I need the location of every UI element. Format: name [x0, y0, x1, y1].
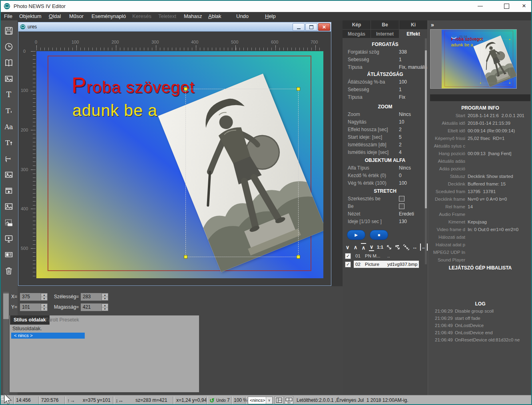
- ideje-value[interactable]: 130: [399, 219, 407, 224]
- doc-minimize-button[interactable]: [293, 23, 305, 31]
- height-input[interactable]: 421: [81, 303, 102, 311]
- tab-ki[interactable]: Ki: [399, 20, 428, 29]
- stop-button[interactable]: ■: [370, 230, 388, 240]
- doc-restore-button[interactable]: [305, 23, 317, 31]
- height-stepper[interactable]: ▲▼: [102, 303, 108, 311]
- menu-musor[interactable]: Műsor: [69, 12, 84, 20]
- style-page-selected-item[interactable]: < nincs >: [11, 333, 85, 339]
- tipusa2-value[interactable]: Fix: [399, 94, 405, 100]
- layer-row-2[interactable]: ✓ 02Pictureyd1vg937.bmp: [345, 261, 428, 268]
- tab-be[interactable]: Be: [371, 20, 399, 29]
- effekt-hossza-value[interactable]: 2: [399, 127, 402, 132]
- status-size: sz=283 m=421: [135, 395, 167, 405]
- minimize-button[interactable]: [471, 0, 489, 12]
- font-icon[interactable]: Aa: [0, 119, 18, 135]
- text-rotate-icon[interactable]: T: [0, 151, 18, 167]
- szerkesztes-be-checkbox[interactable]: [399, 196, 404, 202]
- effect-panel-body: FORGATÁS Forgatási szög338 Sebesség1 Típ…: [343, 38, 428, 268]
- kezdo-ertek-value[interactable]: 0: [399, 173, 402, 178]
- menu-oldal[interactable]: Oldal: [49, 12, 61, 20]
- layout-button-1[interactable]: [275, 396, 283, 404]
- menu-mahasz[interactable]: Mahasz: [184, 12, 202, 20]
- move-up-icon[interactable]: ∧: [353, 243, 358, 251]
- video-icon[interactable]: [0, 183, 18, 199]
- menu-objektum[interactable]: Objektum: [19, 12, 42, 20]
- card-icon[interactable]: [0, 247, 18, 263]
- width-input[interactable]: 283: [81, 293, 102, 301]
- selection-handle-tr[interactable]: [297, 87, 300, 91]
- zoom-value[interactable]: Nincs: [399, 112, 411, 117]
- width-icon[interactable]: ↔: [412, 243, 417, 251]
- text-icon[interactable]: T: [0, 87, 18, 103]
- canvas-scene[interactable]: Proba szöveget adunk be a: [36, 51, 323, 278]
- move-down-icon[interactable]: ∨: [345, 243, 350, 251]
- alfa-tipus-value[interactable]: Nincs: [399, 165, 411, 171]
- x-input[interactable]: 375: [20, 293, 41, 301]
- menu-undo[interactable]: Undo: [236, 12, 249, 20]
- clock-icon[interactable]: [0, 39, 18, 55]
- ismetles-ideje-value[interactable]: 4: [399, 150, 402, 155]
- close-button[interactable]: ×: [515, 0, 532, 12]
- save-icon[interactable]: [0, 23, 18, 39]
- selection-handle-bl[interactable]: [184, 255, 187, 259]
- tab-mozgas[interactable]: Mozgás: [343, 29, 371, 38]
- doc-close-button[interactable]: ✕: [318, 23, 330, 31]
- sebesseg2-value[interactable]: 1: [399, 87, 402, 92]
- svg-text:T: T: [5, 139, 10, 147]
- selection-handle-tl[interactable]: [184, 87, 187, 91]
- menu-ablak[interactable]: Ablak: [208, 12, 221, 20]
- x-stepper[interactable]: ▲▼: [41, 293, 48, 301]
- ismetlesszam-value[interactable]: 2: [399, 142, 402, 148]
- tab-internet[interactable]: Internet: [371, 29, 399, 38]
- effect-panel-scrollbar[interactable]: [425, 38, 427, 264]
- layout-button-sty[interactable]: Sty: [285, 396, 293, 404]
- canvas-text-line1[interactable]: Proba szöveget: [72, 74, 195, 96]
- image2-icon[interactable]: [0, 167, 18, 183]
- layer-row-1[interactable]: ✓ 01PN M.....: [345, 252, 428, 259]
- forgatasi-szog-value[interactable]: 338: [399, 49, 407, 55]
- layer1-checkbox[interactable]: ✓: [345, 253, 351, 259]
- sebesseg-value[interactable]: 1: [399, 57, 402, 62]
- start-ideje-value[interactable]: 5: [399, 134, 402, 140]
- layer2-checkbox[interactable]: ✓: [345, 261, 351, 267]
- screen-video-icon[interactable]: [0, 231, 18, 247]
- move-to-bottom-icon[interactable]: ∨: [369, 243, 374, 251]
- document-title-bar[interactable]: ures ✕: [18, 22, 331, 32]
- tab-stored-presets[interactable]: Tárolt Presetek: [42, 315, 83, 325]
- undo-icon[interactable]: ↺: [209, 395, 215, 405]
- width-stepper[interactable]: ▲▼: [102, 293, 108, 301]
- be-checkbox[interactable]: [399, 203, 404, 209]
- image-icon[interactable]: [0, 71, 18, 87]
- menu-help[interactable]: Help: [265, 12, 276, 20]
- selection-handle-br[interactable]: [297, 255, 300, 259]
- canvas-text-line2[interactable]: adunk be a: [72, 102, 157, 119]
- one-to-one-icon[interactable]: 1:1: [377, 243, 383, 251]
- maximize-button[interactable]: [497, 0, 516, 12]
- resize-locked-icon[interactable]: [395, 243, 400, 251]
- tab-effekt[interactable]: Effekt: [399, 29, 428, 38]
- resize-diagonal-icon[interactable]: [386, 243, 392, 251]
- collapse-panel-icon[interactable]: »: [431, 22, 434, 28]
- veg-ertek-value[interactable]: 100: [399, 180, 407, 186]
- text-up-icon[interactable]: T: [0, 135, 18, 151]
- text-drop-icon[interactable]: T: [0, 103, 18, 119]
- book-icon[interactable]: [0, 55, 18, 71]
- resize-corner-icon[interactable]: [403, 243, 409, 251]
- play-button[interactable]: ▶: [347, 230, 365, 240]
- vertical-scrollbar[interactable]: [3, 292, 9, 395]
- trash-icon[interactable]: [0, 263, 18, 279]
- tipusa-value[interactable]: Fix, manuális: [399, 64, 427, 70]
- tab-kep[interactable]: Kép: [343, 20, 371, 29]
- atlatszosag-value[interactable]: 100: [399, 79, 407, 85]
- nagyitas-value[interactable]: 10: [399, 119, 404, 125]
- image3-icon[interactable]: [0, 199, 18, 215]
- y-stepper[interactable]: ▲▼: [41, 303, 48, 311]
- y-input[interactable]: 101: [20, 303, 41, 311]
- menu-esemenynaplo[interactable]: Eseménynapló: [92, 12, 126, 20]
- gif-image-icon[interactable]: GIF: [0, 215, 18, 231]
- selection-box[interactable]: [185, 89, 299, 257]
- move-to-top-icon[interactable]: ∧: [361, 243, 366, 251]
- preset-dropdown[interactable]: <nincs> ∨: [248, 397, 273, 404]
- nezet-value[interactable]: Eredeti: [399, 211, 414, 217]
- menu-file[interactable]: File: [4, 12, 12, 20]
